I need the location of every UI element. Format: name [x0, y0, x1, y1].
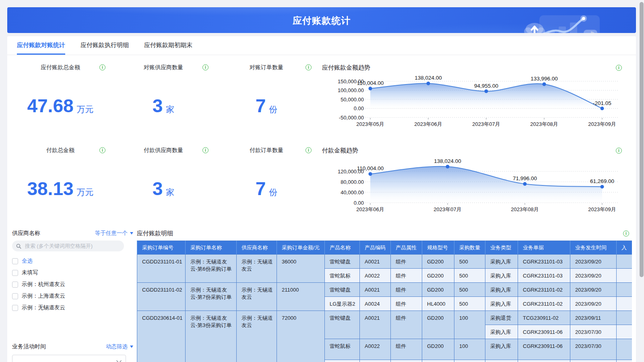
- kpi-unit: 份: [269, 187, 277, 198]
- kpi-label: 付款订单数量: [250, 147, 283, 154]
- col-biz-type: 业务类型: [485, 241, 518, 255]
- info-icon[interactable]: [99, 147, 105, 153]
- info-icon[interactable]: [623, 230, 629, 237]
- cell-biz-type: 采购入库: [485, 325, 518, 339]
- cell-supplier: 示例：无锡道友云: [237, 283, 277, 311]
- cell-biz-type: [485, 360, 518, 362]
- table-row: CGDD230614-01 示例：无锡道友云-第3份采购订单 示例：无锡道友云 …: [137, 311, 632, 325]
- tab-divider: [7, 55, 636, 55]
- svg-text:0.00: 0.00: [354, 200, 364, 206]
- tab-execution-detail[interactable]: 应付账款执行明细: [80, 41, 129, 55]
- info-icon[interactable]: [305, 147, 312, 153]
- payable-trend-block: 应付账款金额趋势 150,000.00100,000.0050,000.000.…: [322, 64, 622, 129]
- pie-chart-icon: [584, 30, 597, 33]
- cell-clipped: [617, 339, 632, 360]
- tab-opening-closing[interactable]: 应付账款期初期末: [144, 41, 192, 55]
- cell-biz-date: [570, 360, 617, 362]
- time-range-select[interactable]: [12, 355, 126, 362]
- cell-spec: [422, 360, 454, 362]
- cell-product-name: 雷蛇键盘: [325, 311, 360, 339]
- time-operator-dropdown[interactable]: 动态筛选: [106, 343, 133, 350]
- cell-biz-doc: CGRK231101-03: [518, 269, 570, 283]
- cell-biz-doc: CGRK230911-06: [518, 339, 570, 360]
- table-row: CGDD231101-02 示例：无锡道友云-第7份采购订单 示例：无锡道友云 …: [137, 283, 632, 297]
- scrollbar[interactable]: [640, 2, 644, 277]
- cell-product-code: A0021: [360, 311, 391, 339]
- info-icon[interactable]: [202, 147, 208, 153]
- time-operator-label: 动态筛选: [106, 343, 128, 350]
- col-qty: 采购数量: [454, 241, 485, 255]
- info-icon[interactable]: [616, 148, 622, 154]
- kpi-unit: 份: [269, 104, 277, 115]
- col-order-no: 采购订单编号: [137, 241, 186, 255]
- svg-text:2023年08月: 2023年08月: [530, 121, 558, 127]
- chart-title: 应付账款金额趋势: [322, 64, 370, 72]
- supplier-option-select-all[interactable]: 全选: [12, 257, 65, 265]
- table-title: 应付账款明细: [137, 230, 173, 237]
- col-biz-doc: 业务单据: [518, 241, 570, 255]
- kpi-unit: 家: [166, 187, 174, 198]
- search-icon: [16, 243, 21, 249]
- cell-clipped: [617, 269, 632, 283]
- cell-product-name: 雷蛇键盘: [325, 255, 360, 269]
- supplier-operator-label: 等于任意一个: [95, 230, 128, 237]
- cell-amount: 211000: [277, 283, 325, 311]
- cell-product-attr: 组件: [391, 283, 422, 297]
- cell-product-attr: 组件: [391, 311, 422, 339]
- header-banner: 应付账款统计: [7, 7, 636, 33]
- cell-product-code: [360, 360, 391, 362]
- tab-reconciliation-stats[interactable]: 应付账款对账统计: [17, 41, 65, 55]
- info-icon[interactable]: [99, 64, 105, 70]
- svg-text:2023年06月: 2023年06月: [356, 206, 384, 212]
- kpi-value: 7: [256, 97, 266, 115]
- svg-text:-50,000.00: -50,000.00: [339, 115, 364, 121]
- payable-detail-table-wrap: 采购订单编号 采购订单名称 供应商名称 采购订单金额/元 产品名称 产品编码 产…: [137, 241, 632, 362]
- time-filter-label: 业务活动时间: [12, 343, 46, 350]
- svg-text:2023年09月: 2023年09月: [588, 121, 616, 127]
- kpi-label: 对账订单数量: [250, 64, 283, 71]
- info-icon[interactable]: [305, 64, 312, 70]
- option-label: 全选: [22, 257, 33, 265]
- cell-biz-date: 2023/09/20: [570, 297, 617, 311]
- info-icon[interactable]: [616, 65, 622, 71]
- search-input[interactable]: [24, 243, 120, 249]
- tab-bar: 应付账款对账统计 应付账款执行明细 应付账款期初期末: [17, 36, 192, 55]
- cell-clipped: [617, 297, 632, 311]
- cell-qty: [454, 360, 485, 362]
- cell-product-code: A0022: [360, 339, 391, 360]
- kpi-value: 3: [153, 179, 163, 198]
- col-order-name: 采购订单名称: [186, 241, 237, 255]
- kpi-label: 对账供应商数量: [144, 64, 183, 71]
- kpi-label: 应付账款总金额: [41, 64, 80, 71]
- kpi-value: 3: [153, 97, 163, 115]
- col-spec: 规格型号: [422, 241, 454, 255]
- svg-text:2023年05月: 2023年05月: [356, 121, 384, 127]
- supplier-option-hangzhou[interactable]: 示例：杭州道友云: [12, 280, 65, 289]
- supplier-option-unfilled[interactable]: 未填写: [12, 268, 65, 277]
- cell-spec: HL4000: [422, 297, 454, 311]
- cell-qty: 500: [454, 297, 485, 311]
- cell-order-name: 示例：无锡道友云-第3份采购订单: [186, 311, 237, 362]
- supplier-option-list: 全选 未填写 示例：杭州道友云 示例：上海道友云 示例：无锡道友云: [12, 257, 65, 312]
- chevron-down-icon: [130, 232, 133, 234]
- payable-trend-chart: 150,000.00100,000.0050,000.000.00-50,000…: [322, 76, 622, 129]
- info-icon[interactable]: [202, 64, 208, 70]
- svg-text:2023年07月: 2023年07月: [472, 121, 500, 127]
- supplier-operator-dropdown[interactable]: 等于任意一个: [95, 230, 133, 237]
- checkbox-icon: [12, 293, 18, 299]
- cell-biz-type: 采购退货: [485, 311, 518, 325]
- cell-biz-doc: CGRK231101-03: [518, 255, 570, 269]
- kpi-payment-orders: 付款订单数量 7 份: [218, 143, 315, 216]
- cell-product-code: A0021: [360, 255, 391, 269]
- option-label: 示例：无锡道友云: [22, 304, 65, 311]
- col-product-code: 产品编码: [360, 241, 391, 255]
- col-product-name: 产品名称: [325, 241, 360, 255]
- checkbox-icon: [12, 258, 18, 264]
- cell-order-no: CGDD230614-01: [137, 311, 186, 362]
- kpi-unit: 万元: [77, 104, 94, 115]
- cell-biz-date: 2023/09/20: [570, 269, 617, 283]
- supplier-option-shanghai[interactable]: 示例：上海道友云: [12, 292, 65, 300]
- kpi-value: 38.13: [27, 179, 73, 198]
- supplier-option-wuxi[interactable]: 示例：无锡道友云: [12, 303, 65, 312]
- cell-biz-type: 采购入库: [485, 339, 518, 360]
